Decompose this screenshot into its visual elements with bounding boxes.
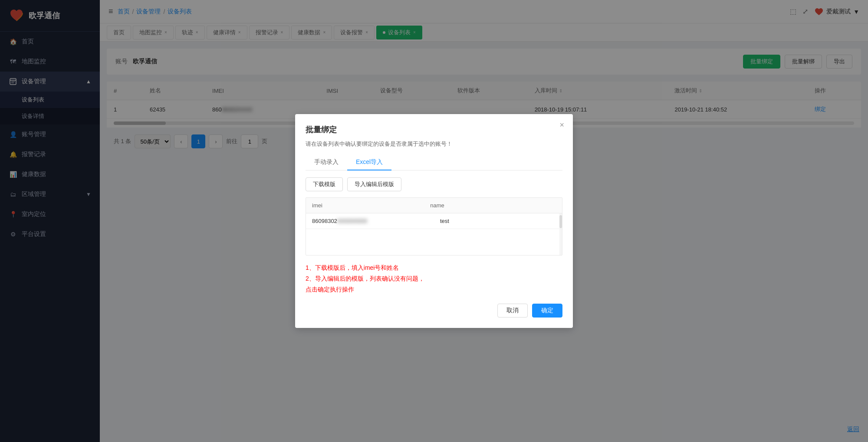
modal-table-row: 86098302XXXXXXXX test — [306, 213, 562, 229]
confirm-button[interactable]: 确定 — [532, 304, 562, 318]
modal-cell-imei: 86098302XXXXXXXX — [306, 213, 434, 229]
cancel-button[interactable]: 取消 — [497, 304, 528, 318]
modal-cell-imei-blur: XXXXXXXX — [337, 218, 367, 224]
modal-tab-manual[interactable]: 手动录入 — [306, 155, 347, 170]
import-template-button[interactable]: 导入编辑后模版 — [347, 177, 401, 191]
batch-bind-modal: 批量绑定 × 请在设备列表中确认要绑定的设备是否隶属于选中的账号！ 手动录入 E… — [295, 114, 573, 328]
modal-scroll-bar[interactable] — [559, 213, 562, 255]
modal-overlay: 批量绑定 × 请在设备列表中确认要绑定的设备是否隶属于选中的账号！ 手动录入 E… — [0, 0, 868, 442]
modal-footer: 取消 确定 — [306, 304, 562, 318]
instruction-line-3: 点击确定执行操作 — [306, 284, 562, 295]
instruction-line-2: 2、导入编辑后的模版，列表确认没有问题， — [306, 273, 562, 284]
modal-table-scroll[interactable]: 86098302XXXXXXXX test — [306, 213, 562, 255]
instruction-line-1: 1、下载模版后，填入imei号和姓名 — [306, 262, 562, 273]
modal-tabs: 手动录入 Excel导入 — [306, 155, 562, 170]
modal-scroll-thumb[interactable] — [559, 215, 562, 228]
instructions-text: 1、下载模版后，填入imei号和姓名 2、导入编辑后的模版，列表确认没有问题， … — [306, 262, 562, 295]
download-template-button[interactable]: 下载模版 — [306, 177, 343, 191]
modal-tab-excel[interactable]: Excel导入 — [347, 155, 391, 170]
modal-data-table: imei name 86098302XXXXXXXX test — [306, 197, 562, 255]
modal-title: 批量绑定 — [306, 124, 562, 135]
modal-close-button[interactable]: × — [559, 121, 564, 129]
modal-col-imei: imei — [306, 198, 424, 213]
modal-description: 请在设备列表中确认要绑定的设备是否隶属于选中的账号！ — [306, 140, 562, 148]
modal-action-buttons: 下载模版 导入编辑后模版 — [306, 177, 562, 191]
modal-table-header: imei name — [306, 198, 562, 213]
modal-col-name: name — [424, 198, 562, 213]
modal-cell-name: test — [434, 213, 562, 229]
